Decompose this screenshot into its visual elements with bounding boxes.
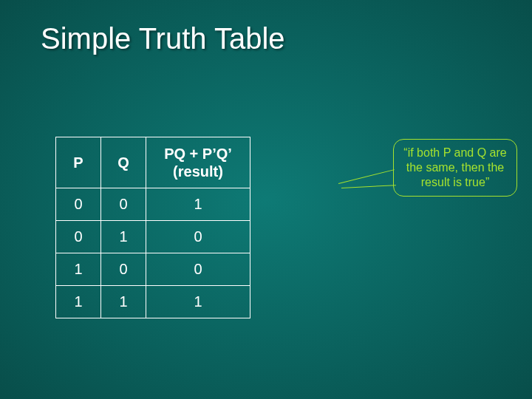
table-row: 0 1 0 <box>56 221 250 253</box>
header-result-line1: PQ + P’Q’ <box>164 146 232 162</box>
header-result-line2: (result) <box>173 163 223 180</box>
cell-p: 1 <box>56 253 101 286</box>
header-result: PQ + P’Q’ (result) <box>146 137 250 188</box>
cell-q: 0 <box>101 188 146 221</box>
table-header-row: P Q PQ + P’Q’ (result) <box>56 137 250 188</box>
header-q: Q <box>101 137 146 188</box>
header-p: P <box>56 137 101 188</box>
cell-q: 1 <box>101 221 146 253</box>
slide-title: Simple Truth Table <box>41 22 285 55</box>
cell-q: 0 <box>101 253 146 286</box>
table-row: 1 0 0 <box>56 253 250 286</box>
table-row: 0 0 1 <box>56 188 250 221</box>
callout-connector-line <box>341 185 396 188</box>
cell-p: 0 <box>56 221 101 253</box>
slide: Simple Truth Table P Q PQ + P’Q’ (result… <box>0 0 532 399</box>
callout-box: “if both P and Q are the same, then the … <box>393 139 517 197</box>
cell-result: 0 <box>146 221 250 253</box>
cell-result: 0 <box>146 253 250 286</box>
callout-text: “if both P and Q are the same, then the … <box>403 146 506 188</box>
cell-result: 1 <box>146 188 250 221</box>
cell-p: 0 <box>56 188 101 221</box>
truth-table: P Q PQ + P’Q’ (result) 0 0 1 0 1 0 1 0 <box>55 137 250 318</box>
cell-q: 1 <box>101 286 146 318</box>
cell-result: 1 <box>146 286 250 318</box>
cell-p: 1 <box>56 286 101 318</box>
callout-connector-line <box>338 169 395 184</box>
table-row: 1 1 1 <box>56 286 250 318</box>
